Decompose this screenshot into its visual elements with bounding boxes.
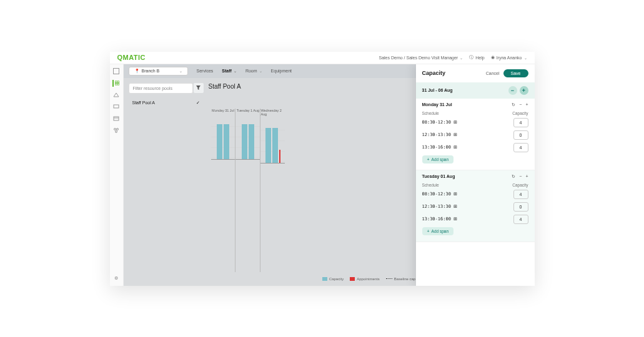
bar-row: [235, 116, 260, 160]
add-span-button[interactable]: +Add span: [422, 155, 454, 164]
capacity-bar: [272, 128, 278, 162]
filter-column: Filter resource pools Staff Pool A✓: [129, 83, 204, 281]
span-row: 08:30-12:30 ⊞4: [422, 118, 528, 127]
capacity-input[interactable]: 4: [513, 118, 528, 127]
span-row: 13:30-16:00 ⊞4: [422, 143, 528, 152]
date-range: 31 Jul - 06 Aug: [422, 88, 453, 92]
filter-icon[interactable]: [194, 83, 204, 93]
capacity-input[interactable]: 0: [513, 130, 528, 140]
help-link[interactable]: ⓘHelp: [469, 54, 484, 61]
edit-span-icon[interactable]: ⊞: [453, 145, 457, 150]
capacity-bar: [249, 124, 254, 159]
nav-icon-6[interactable]: [113, 127, 120, 134]
svg-rect-6: [114, 117, 119, 120]
left-iconbar: ⚙: [110, 64, 124, 286]
span-row: 08:30-12:30 ⊞4: [422, 190, 528, 199]
tab-equipment[interactable]: Equipment: [271, 69, 292, 73]
day-label: Tuesday 01 Aug: [422, 174, 455, 178]
date-range-row: 31 Jul - 06 Aug − +: [416, 82, 535, 99]
add-span-button[interactable]: +Add span: [422, 227, 454, 235]
day-label: Monday 31 Jul: [422, 102, 452, 107]
day-minus-button[interactable]: −: [519, 102, 522, 107]
tab-services[interactable]: Services: [197, 69, 214, 73]
span-time[interactable]: 08:30-12:30 ⊞: [422, 120, 457, 125]
svg-rect-2: [117, 81, 119, 83]
chart-day: Wednesday 2 Aug: [260, 109, 285, 272]
edit-span-icon[interactable]: ⊞: [453, 217, 457, 222]
day-block: Tuesday 01 Aug↻−+ ScheduleCapacity08:30-…: [416, 170, 535, 242]
nav-icon-2[interactable]: [112, 80, 119, 87]
tab-staff[interactable]: Staff⌄: [222, 69, 237, 73]
span-row: 12:30-13:30 ⊞0: [422, 130, 528, 140]
pool-item[interactable]: Staff Pool A✓: [129, 97, 204, 109]
day-block: Monday 31 Jul↻−+ ScheduleCapacity08:30-1…: [416, 99, 535, 170]
capacity-bar: [265, 128, 271, 162]
charts: Monday 31 JulTuesday 1 AugWednesday 2 Au…: [209, 109, 288, 272]
cancel-button[interactable]: Cancel: [486, 71, 500, 76]
span-time[interactable]: 12:30-13:30 ⊞: [422, 132, 457, 137]
svg-rect-0: [114, 69, 119, 74]
edit-span-icon[interactable]: ⊞: [453, 204, 457, 209]
edit-span-icon[interactable]: ⊞: [453, 192, 457, 197]
edit-span-icon[interactable]: ⊞: [453, 132, 457, 137]
day-plus-button[interactable]: +: [525, 174, 528, 178]
svg-rect-5: [114, 105, 119, 108]
svg-rect-4: [117, 83, 119, 85]
capacity-header: Capacity: [512, 183, 528, 187]
bar-row: [211, 116, 235, 160]
span-row: 13:30-16:00 ⊞4: [422, 215, 528, 224]
breadcrumb[interactable]: Sales Demo / Sales Demo Visit Manager⌄: [379, 56, 463, 60]
branch-selector[interactable]: 📍Branch B ⌄: [129, 67, 188, 76]
range-plus-button[interactable]: +: [520, 86, 528, 95]
capacity-input[interactable]: 4: [513, 215, 528, 224]
day-plus-button[interactable]: +: [525, 102, 528, 107]
svg-point-8: [114, 129, 116, 130]
schedule-header: Schedule: [422, 183, 439, 187]
tab-room[interactable]: Room⌄: [245, 69, 262, 73]
nav-icon-5[interactable]: [113, 115, 120, 122]
capacity-input[interactable]: 0: [513, 202, 528, 212]
topbar: QMATIC Sales Demo / Sales Demo Visit Man…: [110, 52, 535, 64]
capacity-panel: Capacity Cancel Save 31 Jul - 06 Aug − +…: [416, 64, 535, 286]
nav-icon-3[interactable]: [113, 92, 120, 99]
filter-input[interactable]: Filter resource pools: [129, 83, 193, 94]
save-button[interactable]: Save: [503, 69, 528, 77]
appointment-bar: [279, 150, 280, 163]
nav-icon-1[interactable]: [113, 68, 120, 75]
svg-rect-3: [115, 83, 117, 85]
range-minus-button[interactable]: −: [508, 86, 517, 95]
chart-day-label: Tuesday 1 Aug: [237, 109, 260, 112]
pin-icon: 📍: [134, 69, 140, 74]
chart-day: Tuesday 1 Aug: [235, 109, 260, 272]
help-icon: ⓘ: [469, 54, 473, 61]
capacity-bar: [224, 124, 229, 159]
span-time[interactable]: 13:30-16:00 ⊞: [422, 145, 457, 150]
nav-icon-4[interactable]: [113, 104, 120, 110]
capacity-input[interactable]: 4: [513, 143, 528, 152]
history-icon[interactable]: ↻: [512, 174, 515, 179]
capacity-header: Capacity: [512, 111, 528, 115]
svg-point-10: [116, 131, 117, 133]
chart-day-label: Wednesday 2 Aug: [260, 109, 285, 116]
logo: QMATIC: [117, 54, 146, 61]
user-menu[interactable]: ◉Iryna Ananko⌄: [491, 55, 527, 60]
day-minus-button[interactable]: −: [519, 174, 522, 178]
chevron-down-icon: ⌄: [460, 56, 463, 60]
span-time[interactable]: 08:30-12:30 ⊞: [422, 192, 457, 197]
chevron-down-icon: ⌄: [179, 69, 182, 73]
chevron-down-icon: ⌄: [234, 69, 237, 73]
span-time[interactable]: 13:30-16:00 ⊞: [422, 217, 457, 222]
chevron-down-icon: ⌄: [259, 69, 262, 73]
chevron-down-icon: ⌄: [524, 56, 527, 60]
user-icon: ◉: [491, 55, 495, 60]
svg-point-9: [117, 129, 119, 130]
panel-title: Capacity: [422, 70, 446, 76]
edit-span-icon[interactable]: ⊞: [453, 120, 457, 125]
history-icon[interactable]: ↻: [512, 102, 515, 107]
capacity-bar: [242, 124, 247, 159]
span-time[interactable]: 12:30-13:30 ⊞: [422, 204, 457, 209]
capacity-input[interactable]: 4: [513, 190, 528, 199]
settings-icon[interactable]: ⚙: [113, 275, 120, 282]
chart-day-label: Monday 31 Jul: [212, 109, 234, 112]
span-row: 12:30-13:30 ⊞0: [422, 202, 528, 212]
